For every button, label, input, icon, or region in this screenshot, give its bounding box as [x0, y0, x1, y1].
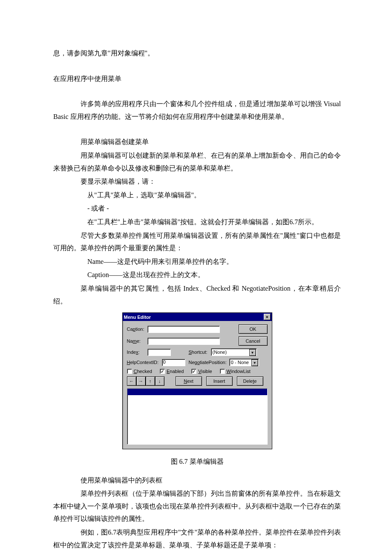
figure-caption: 图 6.7 菜单编辑器	[53, 455, 341, 468]
delete-button[interactable]: Delete	[237, 376, 263, 386]
shortcut-label: Shortcut:	[189, 350, 208, 355]
name-input[interactable]	[147, 338, 220, 345]
enabled-checkbox[interactable]: ✓Enabled	[160, 369, 184, 374]
cancel-button[interactable]: Cancel	[239, 336, 268, 346]
visible-checkbox[interactable]: ✓Visible	[191, 369, 212, 374]
paragraph: 例如，图6.7表明典型应用程序中"文件"菜单的各种菜单控件。菜单控件在菜单控件列…	[53, 526, 341, 551]
paragraph: 用菜单编辑器可以创建新的菜单和菜单栏、在已有的菜单上增加新命令、用自己的命令来替…	[53, 149, 341, 174]
paragraph: 要显示菜单编辑器，请：	[53, 175, 341, 188]
negotiate-select[interactable]: 0 - None ▼	[229, 358, 259, 366]
next-button[interactable]: Next	[176, 376, 202, 386]
caption-input[interactable]	[147, 326, 220, 333]
figure: Menu Editor ✕ Caption: OK Name: Cancel	[53, 312, 341, 449]
windowlist-checkbox[interactable]: WindowList	[220, 369, 251, 374]
menu-listbox[interactable]	[127, 388, 268, 445]
paragraph: 用菜单编辑器创建菜单	[53, 136, 341, 148]
paragraph: Name——这是代码中用来引用菜单控件的名字。	[53, 255, 341, 268]
paragraph: 菜单编辑器中的其它属性，包括 Index、Checked 和 Negotiate…	[53, 282, 341, 307]
caption-label: Caption:	[127, 327, 147, 332]
arrow-left-button[interactable]: ←	[127, 376, 136, 386]
name-label: Name:	[127, 338, 147, 344]
window-title: Menu Editor	[124, 315, 151, 320]
arrow-up-button[interactable]: ↑	[146, 376, 155, 386]
helpcontext-input[interactable]: 0	[162, 359, 185, 366]
paragraph: 从"工具"菜单上，选取"菜单编辑器"。	[53, 189, 341, 202]
shortcut-select[interactable]: (None) ▼	[211, 348, 257, 356]
arrow-down-button[interactable]: ↓	[155, 376, 164, 386]
list-item[interactable]	[127, 389, 267, 395]
paragraph: - 或者 -	[53, 202, 341, 215]
paragraph: Caption——这是出现在控件上的文本。	[53, 269, 341, 281]
section-heading: 在应用程序中使用菜单	[53, 72, 341, 85]
close-icon[interactable]: ✕	[264, 314, 271, 320]
insert-button[interactable]: Insert	[206, 376, 233, 386]
titlebar: Menu Editor ✕	[123, 313, 272, 321]
helpcontext-label: HelpContextID:	[127, 360, 162, 365]
index-label: Index:	[127, 350, 147, 355]
ok-button[interactable]: OK	[239, 324, 268, 334]
shortcut-value: (None)	[213, 350, 227, 355]
chevron-down-icon: ▼	[249, 349, 256, 356]
paragraph: 息，请参阅第九章"用对象编程"。	[53, 47, 341, 60]
negotiate-value: 0 - None	[231, 360, 249, 365]
paragraph: 尽管大多数菜单控件属性可用菜单编辑器设置，所有的菜单属性在"属性"窗口中也都是可…	[53, 229, 341, 254]
checked-checkbox[interactable]: Checked	[127, 369, 152, 374]
paragraph: 使用菜单编辑器中的列表框	[53, 474, 341, 487]
chevron-down-icon: ▼	[251, 359, 258, 366]
menu-editor-dialog: Menu Editor ✕ Caption: OK Name: Cancel	[122, 312, 272, 449]
paragraph: 在"工具栏"上单击"菜单编辑器"按钮。这就会打开菜单编辑器，如图6.7所示。	[53, 216, 341, 228]
paragraph: 菜单控件列表框（位于菜单编辑器的下部）列出当前窗体的所有菜单控件。当在标题文本框…	[53, 487, 341, 525]
arrow-right-button[interactable]: →	[136, 376, 146, 386]
paragraph: 许多简单的应用程序只由一个窗体和几个控件组成，但是通过增加菜单可以增强 Visu…	[53, 98, 341, 123]
negotiate-label: NegotiatePosition:	[189, 360, 227, 365]
index-input[interactable]	[147, 349, 171, 356]
